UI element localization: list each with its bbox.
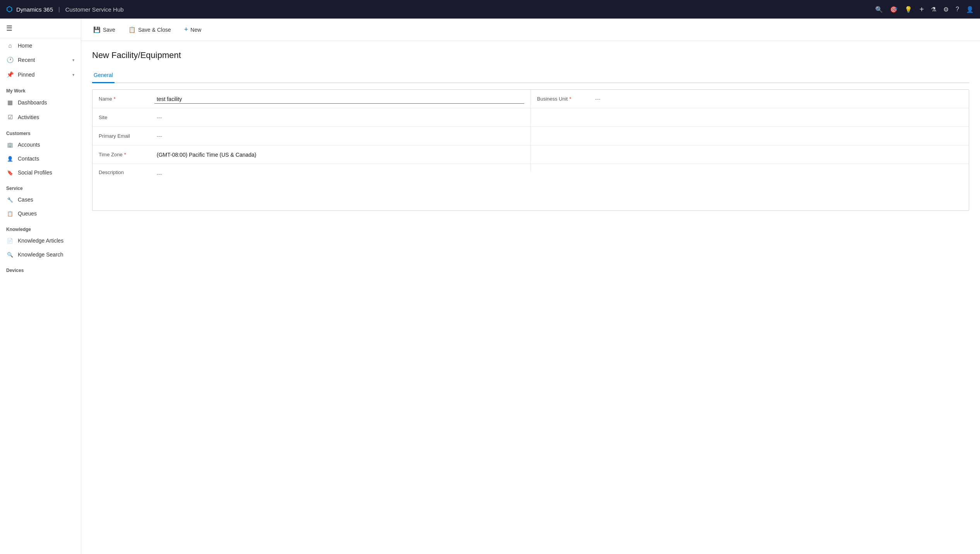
contacts-icon: 👤 bbox=[6, 156, 14, 162]
brand-name: Dynamics 365 bbox=[16, 6, 53, 13]
sidebar-item-label: Queues bbox=[18, 210, 75, 217]
sidebar-item-activities[interactable]: ☑ Activities bbox=[0, 110, 81, 125]
activities-icon: ☑ bbox=[6, 114, 14, 121]
save-close-button[interactable]: 📋 Save & Close bbox=[123, 23, 177, 36]
sidebar-item-home[interactable]: ⌂ Home bbox=[0, 38, 81, 53]
section-label-my-work: My Work bbox=[0, 82, 81, 95]
sidebar-item-social-profiles[interactable]: 🔖 Social Profiles bbox=[0, 166, 81, 180]
save-icon: 💾 bbox=[93, 26, 101, 33]
recent-icon: 🕐 bbox=[6, 56, 14, 63]
business-unit-required-indicator: * bbox=[569, 96, 571, 102]
dynamics-logo: ⬡ bbox=[6, 5, 12, 14]
name-value[interactable]: test facility bbox=[154, 94, 524, 104]
create-icon[interactable]: + bbox=[919, 5, 924, 14]
bulb-icon[interactable]: 💡 bbox=[905, 6, 912, 13]
form-row-site: Site --- bbox=[92, 108, 969, 127]
form-card: Name * test facility Business Unit * --- bbox=[92, 89, 969, 211]
form-col-name: Name * test facility bbox=[92, 90, 530, 108]
chevron-down-icon: ▾ bbox=[72, 58, 75, 63]
section-label-devices: Devices bbox=[0, 262, 81, 275]
form-col-primary-email-right bbox=[530, 127, 969, 145]
knowledge-search-icon: 🔍 bbox=[6, 252, 14, 258]
form-col-business-unit: Business Unit * --- bbox=[530, 90, 969, 108]
save-close-label: Save & Close bbox=[138, 27, 171, 33]
sidebar-item-label: Contacts bbox=[18, 156, 75, 162]
form-row-time-zone: Time Zone * (GMT-08:00) Pacific Time (US… bbox=[92, 145, 969, 164]
save-close-icon: 📋 bbox=[128, 26, 136, 33]
sidebar: ☰ ⌂ Home 🕐 Recent ▾ 📌 Pinned ▾ My Work ▦… bbox=[0, 19, 81, 554]
user-icon[interactable]: 👤 bbox=[966, 6, 974, 13]
sidebar-item-label: Knowledge Articles bbox=[18, 238, 75, 244]
section-label-knowledge: Knowledge bbox=[0, 221, 81, 234]
sidebar-item-knowledge-articles[interactable]: 📄 Knowledge Articles bbox=[0, 234, 81, 248]
form-col-description-right bbox=[530, 164, 969, 172]
form-col-description: Description --- bbox=[92, 164, 530, 183]
cases-icon: 🔧 bbox=[6, 197, 14, 203]
form-col-site-right bbox=[530, 108, 969, 127]
section-label-customers: Customers bbox=[0, 125, 81, 138]
form-col-time-zone-right bbox=[530, 145, 969, 164]
search-icon[interactable]: 🔍 bbox=[875, 6, 883, 13]
main-layout: ☰ ⌂ Home 🕐 Recent ▾ 📌 Pinned ▾ My Work ▦… bbox=[0, 19, 980, 554]
topbar-icons: 🔍 🎯 💡 + ⚗ ⚙ ? 👤 bbox=[875, 5, 974, 14]
sidebar-item-knowledge-search[interactable]: 🔍 Knowledge Search bbox=[0, 248, 81, 262]
topbar-brand: ⬡ Dynamics 365 | Customer Service Hub bbox=[6, 5, 124, 14]
description-value[interactable]: --- bbox=[154, 169, 524, 179]
sidebar-item-contacts[interactable]: 👤 Contacts bbox=[0, 152, 81, 166]
time-zone-label: Time Zone * bbox=[99, 152, 153, 157]
sidebar-item-label: Home bbox=[18, 43, 75, 49]
new-button[interactable]: + New bbox=[178, 22, 207, 37]
primary-email-value[interactable]: --- bbox=[154, 132, 524, 141]
business-unit-label: Business Unit * bbox=[537, 96, 591, 102]
tab-general[interactable]: General bbox=[92, 68, 115, 83]
sidebar-item-label: Knowledge Search bbox=[18, 251, 75, 258]
settings-icon[interactable]: ⚙ bbox=[943, 6, 949, 13]
sidebar-item-queues[interactable]: 📋 Queues bbox=[0, 207, 81, 221]
description-label: Description bbox=[99, 169, 153, 175]
app-name: Customer Service Hub bbox=[65, 6, 124, 13]
primary-email-label: Primary Email bbox=[99, 133, 153, 139]
topbar: ⬡ Dynamics 365 | Customer Service Hub 🔍 … bbox=[0, 0, 980, 19]
form-row-description: Description --- bbox=[92, 164, 969, 210]
form-row-primary-email: Primary Email --- bbox=[92, 127, 969, 145]
sidebar-item-label: Accounts bbox=[18, 142, 75, 148]
time-zone-required-indicator: * bbox=[124, 152, 126, 157]
sidebar-item-label: Pinned bbox=[18, 72, 68, 78]
sidebar-item-label: Activities bbox=[18, 114, 75, 120]
name-required-indicator: * bbox=[114, 96, 116, 102]
save-button[interactable]: 💾 Save bbox=[87, 23, 121, 36]
sidebar-item-accounts[interactable]: 🏢 Accounts bbox=[0, 138, 81, 152]
sidebar-item-label: Recent bbox=[18, 57, 68, 63]
target-icon[interactable]: 🎯 bbox=[890, 6, 898, 13]
business-unit-value[interactable]: --- bbox=[593, 94, 963, 104]
content-area: 💾 Save 📋 Save & Close + New New Facility… bbox=[81, 19, 980, 554]
name-label: Name * bbox=[99, 96, 153, 102]
sidebar-item-recent[interactable]: 🕐 Recent ▾ bbox=[0, 53, 81, 67]
tab-general-label: General bbox=[94, 72, 113, 78]
site-value[interactable]: --- bbox=[154, 113, 524, 122]
dashboards-icon: ▦ bbox=[6, 99, 14, 106]
page-title: New Facility/Equipment bbox=[92, 50, 969, 60]
time-zone-value[interactable]: (GMT-08:00) Pacific Time (US & Canada) bbox=[154, 150, 524, 159]
form-col-time-zone: Time Zone * (GMT-08:00) Pacific Time (US… bbox=[92, 145, 530, 164]
form-row-name: Name * test facility Business Unit * --- bbox=[92, 90, 969, 108]
hamburger-icon: ☰ bbox=[6, 24, 12, 32]
toolbar: 💾 Save 📋 Save & Close + New bbox=[81, 19, 980, 41]
help-icon[interactable]: ? bbox=[956, 6, 959, 13]
sidebar-item-label: Cases bbox=[18, 197, 75, 203]
knowledge-articles-icon: 📄 bbox=[6, 238, 14, 244]
site-label: Site bbox=[99, 115, 153, 120]
section-label-service: Service bbox=[0, 180, 81, 193]
home-icon: ⌂ bbox=[6, 42, 14, 49]
sidebar-item-dashboards[interactable]: ▦ Dashboards bbox=[0, 95, 81, 110]
page-content: New Facility/Equipment General Name * t bbox=[81, 41, 980, 554]
new-label: New bbox=[190, 27, 201, 33]
form-col-primary-email: Primary Email --- bbox=[92, 127, 530, 145]
hamburger-button[interactable]: ☰ bbox=[0, 19, 81, 38]
pin-icon: 📌 bbox=[6, 71, 14, 78]
filter-icon[interactable]: ⚗ bbox=[931, 6, 936, 13]
sidebar-item-pinned[interactable]: 📌 Pinned ▾ bbox=[0, 67, 81, 82]
sidebar-item-cases[interactable]: 🔧 Cases bbox=[0, 193, 81, 207]
tabs: General bbox=[92, 68, 969, 83]
save-label: Save bbox=[103, 27, 115, 33]
